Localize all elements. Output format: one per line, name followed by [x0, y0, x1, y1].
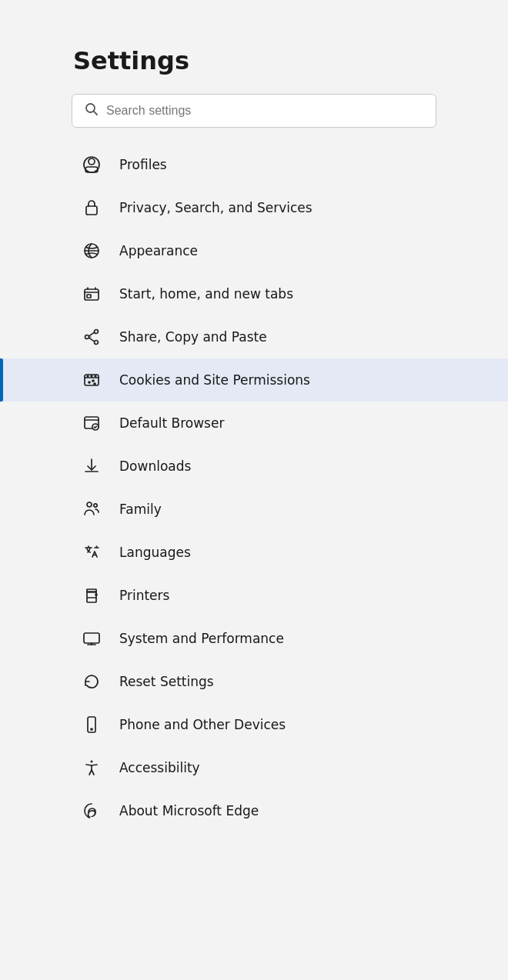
- profile-icon: [81, 154, 102, 175]
- sidebar-item-profiles[interactable]: Profiles: [0, 143, 508, 186]
- search-input[interactable]: [106, 104, 423, 118]
- sidebar-item-privacy[interactable]: Privacy, Search, and Services: [0, 186, 508, 229]
- sidebar-item-label: Accessibility: [119, 760, 200, 775]
- svg-rect-8: [87, 295, 91, 298]
- svg-line-1: [94, 112, 97, 115]
- phone-icon: [81, 714, 102, 735]
- svg-rect-25: [87, 598, 96, 602]
- svg-point-24: [94, 504, 97, 507]
- sidebar-item-label: Reset Settings: [119, 674, 214, 689]
- svg-point-23: [87, 502, 92, 507]
- start-home-icon: [81, 283, 102, 305]
- share-icon: [81, 326, 102, 348]
- sidebar-item-family[interactable]: Family: [0, 488, 508, 531]
- svg-rect-28: [84, 633, 99, 643]
- cookies-icon: [81, 369, 102, 391]
- default-browser-icon: [81, 412, 102, 434]
- svg-point-2: [89, 158, 95, 165]
- accessibility-icon: [81, 757, 102, 778]
- svg-point-20: [95, 375, 96, 377]
- sidebar-item-system[interactable]: System and Performance: [0, 617, 508, 660]
- sidebar-item-label: Appearance: [119, 243, 198, 258]
- svg-rect-5: [86, 206, 97, 215]
- sidebar-item-accessibility[interactable]: Accessibility: [0, 746, 508, 789]
- nav-list: Profiles Privacy, Search, and Services A…: [0, 143, 508, 832]
- svg-line-12: [89, 332, 94, 336]
- sidebar-item-label: Cookies and Site Permissions: [119, 372, 310, 388]
- svg-rect-26: [87, 589, 96, 592]
- sidebar-item-start-home[interactable]: Start, home, and new tabs: [0, 272, 508, 315]
- svg-point-16: [92, 380, 94, 382]
- svg-point-30: [91, 728, 92, 730]
- family-icon: [81, 498, 102, 520]
- sidebar-item-label: Printers: [119, 588, 169, 603]
- sidebar-item-printers[interactable]: Printers: [0, 574, 508, 617]
- sidebar-item-share[interactable]: Share, Copy and Paste: [0, 315, 508, 358]
- printers-icon: [81, 585, 102, 606]
- svg-point-15: [89, 382, 90, 383]
- search-container: [72, 94, 436, 128]
- search-box[interactable]: [72, 94, 436, 128]
- sidebar-item-cookies[interactable]: Cookies and Site Permissions: [0, 358, 508, 402]
- appearance-icon: [81, 240, 102, 262]
- sidebar-item-phone[interactable]: Phone and Other Devices: [0, 703, 508, 746]
- sidebar-item-about[interactable]: About Microsoft Edge: [0, 789, 508, 832]
- sidebar-item-label: Default Browser: [119, 415, 224, 431]
- sidebar-item-reset[interactable]: Reset Settings: [0, 660, 508, 703]
- sidebar-item-label: Privacy, Search, and Services: [119, 200, 312, 215]
- sidebar-item-label: System and Performance: [119, 631, 284, 646]
- downloads-icon: [81, 455, 102, 477]
- reset-icon: [81, 671, 102, 692]
- svg-point-27: [95, 594, 97, 595]
- search-icon: [85, 102, 99, 119]
- sidebar-item-label: Languages: [119, 545, 191, 560]
- svg-point-10: [85, 335, 89, 339]
- sidebar-item-label: Phone and Other Devices: [119, 717, 286, 732]
- svg-line-13: [89, 338, 94, 342]
- svg-point-31: [91, 761, 93, 763]
- sidebar-item-label: Profiles: [119, 157, 167, 172]
- sidebar-item-default-browser[interactable]: Default Browser: [0, 402, 508, 445]
- svg-point-17: [94, 383, 95, 385]
- svg-point-11: [95, 341, 99, 345]
- page-title: Settings: [0, 46, 508, 94]
- sidebar-item-label: Family: [119, 502, 162, 517]
- about-icon: [81, 800, 102, 822]
- sidebar-item-appearance[interactable]: Appearance: [0, 229, 508, 272]
- svg-point-19: [91, 375, 92, 377]
- privacy-icon: [81, 197, 102, 218]
- sidebar-item-label: Share, Copy and Paste: [119, 329, 267, 345]
- sidebar-item-label: Start, home, and new tabs: [119, 286, 293, 302]
- languages-icon: [81, 542, 102, 563]
- svg-point-18: [87, 375, 89, 377]
- sidebar-item-label: About Microsoft Edge: [119, 803, 259, 818]
- system-icon: [81, 628, 102, 649]
- svg-point-9: [95, 330, 99, 334]
- sidebar-item-downloads[interactable]: Downloads: [0, 445, 508, 488]
- sidebar-item-languages[interactable]: Languages: [0, 531, 508, 574]
- sidebar-item-label: Downloads: [119, 458, 191, 474]
